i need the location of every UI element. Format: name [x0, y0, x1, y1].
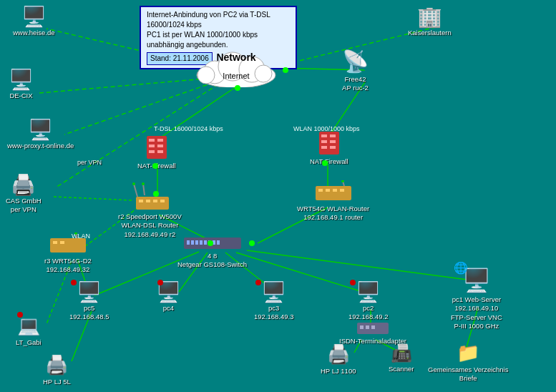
svg-line-17: [247, 250, 478, 281]
node-pc2: 🖥️ pc2192.168.49.2: [348, 283, 388, 322]
svg-rect-65: [195, 240, 198, 245]
svg-rect-50: [136, 197, 169, 210]
svg-rect-33: [149, 139, 155, 142]
kaiserslautern-icon: 🏢: [417, 7, 442, 27]
kaiserslautern-label: Kaiserslautern: [408, 29, 452, 36]
dot-switch-left: [208, 240, 213, 246]
nat-firewall-right-label: NAT-Firewall: [310, 157, 348, 165]
svg-rect-42: [321, 146, 327, 149]
svg-rect-78: [366, 325, 369, 329]
node-pc4: 🖥️ pc4: [156, 283, 181, 312]
node-free42: 📡 Free42AP ruc-2: [342, 49, 369, 93]
node-kaiserslautern: 🏢 Kaiserslautern: [408, 7, 452, 36]
dot-switch-right: [249, 240, 255, 246]
svg-point-49: [142, 182, 145, 185]
gemeinsames-icon: 📁: [457, 342, 479, 364]
tdsl-label: T-DSL 16000/1024 kbps: [154, 125, 223, 132]
svg-line-48: [143, 184, 145, 195]
gemeinsames-label: Gemeinsames VerzeichnisBriefe: [428, 366, 508, 383]
node-isdn: ISDN-Terminaladapter: [339, 320, 406, 345]
svg-rect-34: [149, 144, 155, 147]
lt-gabi-label: LT_Gabi: [16, 338, 42, 346]
svg-rect-53: [153, 200, 157, 202]
pc5-label: pc5192.168.48.5: [69, 304, 109, 322]
pc3-label: pc3192.168.49.3: [254, 304, 293, 322]
svg-rect-54: [160, 200, 165, 202]
pc5-dot: [71, 280, 77, 285]
pc4-label: pc4: [163, 304, 174, 312]
r3-icon: [50, 232, 86, 255]
per-vpn-text: per VPN: [77, 159, 102, 166]
node-cas: 🖨️ CAS GmbHper VPN: [6, 175, 42, 215]
node-wrt54g: WRT54G WLAN-Router192.168.49.1 router: [297, 180, 369, 222]
r2-router-label: r2 Speedport W500VWLAN-DSL Router192.168…: [118, 212, 182, 239]
antenna-icon: 📡: [342, 49, 369, 74]
svg-rect-70: [217, 240, 220, 245]
pc4-dot: [157, 280, 163, 285]
dot-firewall-left: [152, 163, 158, 169]
network-cloud: Network Internet: [193, 44, 279, 91]
svg-rect-77: [360, 325, 364, 329]
svg-rect-45: [330, 146, 336, 149]
svg-rect-41: [321, 140, 327, 143]
decix-label: DE-CIX: [9, 92, 32, 99]
internet-label: Internet: [193, 72, 279, 80]
svg-rect-73: [60, 241, 64, 244]
node-tonline: 🖥️ www-proxy.t-online.de: [7, 120, 74, 150]
r2-router-icon: [130, 182, 169, 211]
node-pc3: 🖥️ pc3192.168.49.3: [254, 283, 293, 322]
svg-rect-51: [139, 200, 143, 202]
pc2-dot: [350, 280, 356, 285]
svg-rect-44: [330, 140, 336, 143]
node-heise: 🖥️ www.heise.de: [13, 7, 55, 36]
node-nat-firewall-right: NAT-Firewall: [310, 130, 348, 165]
svg-line-46: [134, 184, 137, 197]
hplj1100-label: HP LJ 1100: [321, 367, 356, 375]
pc2-label: pc2192.168.49.2: [348, 304, 388, 322]
svg-rect-35: [149, 150, 155, 153]
free42-label: Free42AP ruc-2: [342, 75, 369, 93]
scanner-icon: 📠: [391, 343, 412, 363]
pc4-icon: 🖥️: [156, 283, 181, 303]
pc1-globe-icon: 🌐: [454, 261, 468, 275]
node-hplj1100: 🖨️ HP LJ 1100: [321, 343, 356, 375]
svg-rect-58: [333, 189, 337, 192]
node-pc5: 🖥️ pc5192.168.48.5: [69, 283, 109, 322]
svg-rect-67: [204, 240, 207, 245]
svg-rect-63: [187, 240, 190, 245]
firewall-left-icon: [145, 134, 168, 160]
isdn-icon: [357, 320, 389, 335]
pc5-icon: 🖥️: [77, 283, 102, 303]
dot-r2-top: [153, 191, 159, 197]
svg-rect-52: [146, 200, 150, 202]
svg-rect-43: [330, 134, 336, 137]
svg-rect-59: [340, 189, 344, 192]
pc2-icon: 🖥️: [356, 283, 381, 303]
node-pc1: 🖥️ 🌐 pc1 Web-Server192.168.49.10FTP-Serv…: [451, 267, 502, 330]
dot-network-bottom: [235, 85, 240, 91]
node-scanner: 📠 Scanner: [389, 343, 414, 373]
node-lt-gabi: 💻 LT_Gabi: [16, 315, 42, 346]
per-vpn-label: per VPN: [77, 157, 102, 166]
svg-rect-71: [50, 238, 86, 253]
decix-icon: 🖥️: [9, 70, 34, 90]
pc3-dot: [255, 280, 261, 285]
pc1-label: pc1 Web-Server192.168.49.10FTP-Server VN…: [451, 295, 502, 330]
network-diagram: Internet-Anbindung von PC2 via T-DSL 160…: [0, 0, 556, 392]
r3-label: r3 WRT54G-D2192.168.49.32: [44, 257, 92, 275]
dot-firewall-right: [322, 160, 328, 166]
scanner-label: Scanner: [389, 365, 414, 373]
hplj1100-icon: 🖨️: [327, 343, 350, 366]
firewall-right-icon: [318, 130, 341, 156]
info-line1: Internet-Anbindung von PC2 via T-DSL 160…: [147, 10, 290, 30]
heise-label: www.heise.de: [13, 29, 55, 36]
node-r3: r3 WRT54G-D2192.168.49.32: [44, 232, 92, 275]
node-gemeinsames: 📁 Gemeinsames VerzeichnisBriefe: [428, 342, 508, 383]
dot-network-right: [283, 67, 288, 73]
node-switch: 4 8Netgear GS108-Switch: [177, 235, 247, 270]
tonline-icon: 🖥️: [28, 120, 53, 140]
svg-rect-57: [326, 189, 330, 192]
svg-rect-72: [53, 241, 57, 244]
svg-rect-40: [321, 134, 327, 137]
svg-rect-38: [157, 150, 163, 153]
